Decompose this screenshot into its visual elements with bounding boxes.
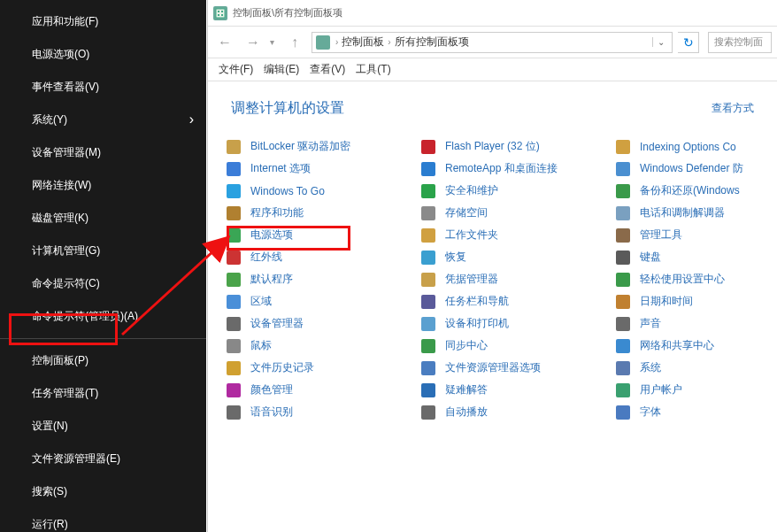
item-label: 存储空间: [445, 205, 488, 220]
item-icon: [226, 139, 242, 155]
forward-button[interactable]: →: [242, 31, 265, 54]
nav-bar: ← → ▾ ↑ › 控制面板 › 所有控制面板项 ⌄ ↻ 搜索控制面: [208, 27, 777, 58]
item-icon: [615, 250, 631, 266]
item-icon: [226, 161, 242, 177]
winx-menu-item[interactable]: 设备管理器(M): [0, 136, 206, 169]
control-panel-icon: [213, 6, 227, 20]
control-panel-item[interactable]: 红外线: [219, 246, 413, 268]
item-label: 文件资源管理器选项: [445, 360, 541, 375]
control-panel-item[interactable]: 区域: [219, 290, 413, 312]
control-panel-item[interactable]: 管理工具: [608, 224, 777, 246]
winx-menu-item[interactable]: 运行(R): [0, 508, 206, 532]
item-label: 备份和还原(Windows: [640, 183, 740, 198]
control-panel-item[interactable]: 文件历史记录: [219, 357, 413, 379]
refresh-button[interactable]: ↻: [678, 32, 699, 53]
item-label: 默认程序: [250, 272, 293, 287]
control-panel-item[interactable]: 键盘: [608, 246, 777, 268]
control-panel-item[interactable]: 任务栏和导航: [413, 290, 608, 312]
svg-rect-4: [221, 14, 223, 16]
control-panel-item[interactable]: Windows To Go: [219, 180, 413, 202]
winx-menu-item[interactable]: 应用和功能(F): [0, 5, 206, 38]
control-panel-item[interactable]: 声音: [608, 312, 777, 335]
item-icon: [226, 183, 242, 199]
item-icon: [420, 316, 436, 332]
control-panel-item[interactable]: 用户帐户: [608, 379, 777, 401]
winx-menu-item[interactable]: 命令提示符(C): [0, 267, 206, 300]
breadcrumb-dropdown-icon[interactable]: ⌄: [652, 37, 668, 47]
view-by-link[interactable]: 查看方式: [712, 101, 754, 116]
item-label: 红外线: [250, 250, 282, 265]
control-panel-item[interactable]: Windows Defender 防: [608, 158, 777, 180]
control-panel-item[interactable]: Indexing Options Co: [608, 135, 777, 158]
item-label: 语音识别: [250, 405, 293, 420]
winx-menu-item[interactable]: 任务管理器(T): [0, 377, 206, 410]
item-icon: [226, 360, 242, 376]
control-panel-item[interactable]: 字体: [608, 401, 777, 423]
control-panel-item[interactable]: 恢复: [413, 246, 608, 268]
control-panel-item[interactable]: Internet 选项: [219, 158, 413, 180]
control-panel-item[interactable]: 自动播放: [413, 401, 608, 423]
control-panel-item[interactable]: 设备和打印机: [413, 312, 608, 335]
menu-bar-item[interactable]: 查看(V): [310, 62, 345, 77]
item-label: 声音: [640, 316, 661, 331]
control-panel-item[interactable]: 安全和维护: [413, 180, 608, 202]
winx-menu-item[interactable]: 文件资源管理器(E): [0, 443, 206, 475]
control-panel-item[interactable]: 工作文件夹: [413, 224, 608, 246]
control-panel-item[interactable]: 设备管理器: [219, 312, 413, 335]
winx-menu-item[interactable]: 计算机管理(G): [0, 235, 206, 267]
winx-menu-item[interactable]: 事件查看器(V): [0, 71, 206, 104]
winx-menu-item[interactable]: 磁盘管理(K): [0, 202, 206, 235]
control-panel-item[interactable]: 程序和功能: [219, 202, 413, 224]
up-button[interactable]: ↑: [283, 31, 306, 54]
control-panel-item[interactable]: 存储空间: [413, 202, 608, 224]
control-panel-item[interactable]: 网络和共享中心: [608, 335, 777, 357]
item-icon: [615, 183, 631, 199]
item-icon: [615, 272, 631, 288]
winx-menu-item[interactable]: 电源选项(O): [0, 38, 206, 71]
svg-rect-2: [221, 11, 223, 12]
control-panel-item[interactable]: RemoteApp 和桌面连接: [413, 158, 608, 180]
winx-menu-item[interactable]: 网络连接(W): [0, 169, 206, 202]
control-panel-grid: BitLocker 驱动器加密Flash Player (32 位)Indexi…: [208, 135, 777, 423]
item-icon: [226, 272, 242, 288]
item-icon: [615, 382, 631, 398]
winx-menu-item[interactable]: 设置(N): [0, 410, 206, 443]
item-label: 设备和打印机: [445, 316, 509, 331]
control-panel-item[interactable]: 备份和还原(Windows: [608, 180, 777, 202]
control-panel-item[interactable]: 轻松使用设置中心: [608, 268, 777, 290]
control-panel-item[interactable]: 同步中心: [413, 335, 608, 357]
menu-bar-item[interactable]: 编辑(E): [264, 62, 299, 77]
winx-menu-item[interactable]: 系统(Y): [0, 104, 206, 136]
control-panel-item[interactable]: 颜色管理: [219, 379, 413, 401]
back-button[interactable]: ←: [213, 31, 236, 54]
winx-menu-item[interactable]: 命令提示符(管理员)(A): [0, 300, 206, 333]
breadcrumb[interactable]: › 控制面板 › 所有控制面板项 ⌄: [312, 32, 673, 53]
control-panel-item[interactable]: 疑难解答: [413, 379, 608, 401]
control-panel-item[interactable]: 电源选项: [219, 224, 413, 246]
control-panel-item[interactable]: 凭据管理器: [413, 268, 608, 290]
menu-bar-item[interactable]: 工具(T): [356, 62, 390, 77]
control-panel-item[interactable]: 文件资源管理器选项: [413, 357, 608, 379]
item-label: 程序和功能: [250, 205, 304, 220]
control-panel-item[interactable]: 鼠标: [219, 335, 413, 357]
item-icon: [420, 382, 436, 398]
winx-menu-item[interactable]: 控制面板(P): [0, 344, 206, 377]
control-panel-item[interactable]: 电话和调制解调器: [608, 202, 777, 224]
control-panel-item[interactable]: 日期和时间: [608, 290, 777, 312]
history-dropdown-icon[interactable]: ▾: [270, 37, 274, 47]
breadcrumb-part-0[interactable]: 控制面板: [338, 35, 388, 50]
item-icon: [226, 205, 242, 221]
item-icon: [420, 183, 436, 199]
breadcrumb-part-1[interactable]: 所有控制面板项: [391, 35, 473, 50]
winx-menu-item[interactable]: 搜索(S): [0, 475, 206, 508]
control-panel-item[interactable]: 系统: [608, 357, 777, 379]
control-panel-item[interactable]: Flash Player (32 位): [413, 135, 608, 158]
search-input[interactable]: 搜索控制面: [708, 32, 772, 53]
control-panel-item[interactable]: BitLocker 驱动器加密: [219, 135, 413, 158]
control-panel-item[interactable]: 语音识别: [219, 401, 413, 423]
item-icon: [420, 139, 436, 155]
item-icon: [420, 360, 436, 376]
item-icon: [420, 272, 436, 288]
menu-bar-item[interactable]: 文件(F): [219, 62, 253, 77]
control-panel-item[interactable]: 默认程序: [219, 268, 413, 290]
